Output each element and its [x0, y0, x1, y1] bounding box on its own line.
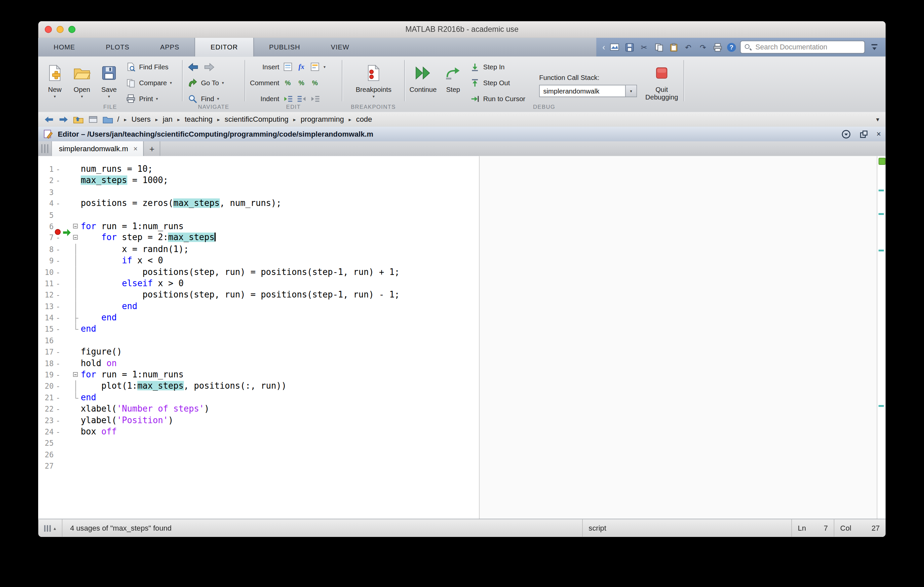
executable-line-marker[interactable]: - [54, 358, 63, 369]
code-text[interactable]: end [80, 301, 137, 312]
open-button[interactable]: Open ▾ [69, 60, 95, 104]
executable-line-marker[interactable]: - [54, 175, 63, 186]
back-icon[interactable] [43, 114, 54, 125]
combo-dropdown-button[interactable]: ▾ [625, 85, 637, 97]
redo-icon[interactable]: ↷ [698, 42, 708, 53]
zoom-window-button[interactable] [68, 26, 75, 33]
code-text[interactable]: ylabel('Position') [80, 415, 173, 426]
executable-line-marker[interactable]: - [54, 312, 63, 323]
line-number[interactable]: 15 [38, 323, 53, 335]
new-tab-button[interactable]: + [144, 141, 161, 156]
code-text[interactable]: elseif x > 0 [80, 278, 183, 289]
insert-fx-icon[interactable]: fx [296, 62, 306, 72]
continue-button[interactable]: Continue [408, 60, 438, 104]
executable-line-marker[interactable]: - [54, 198, 63, 209]
tab-apps[interactable]: APPS [145, 38, 195, 57]
line-number[interactable]: 24 [38, 426, 53, 437]
line-number[interactable]: 13 [38, 301, 53, 312]
code-text[interactable]: for run = 1:num_runs [80, 221, 183, 232]
document-actions-icon[interactable] [841, 129, 851, 139]
line-number[interactable]: 7 [38, 232, 53, 243]
code-text[interactable]: positions = zeros(max_steps, num_runs); [80, 198, 281, 209]
line-number[interactable]: 19 [38, 369, 53, 380]
uncomment-icon[interactable]: % [296, 77, 306, 87]
code-text[interactable]: plot(1:max_steps, positions(:, run)) [80, 381, 286, 392]
usage-scroll-mark[interactable] [879, 213, 884, 215]
undo-icon[interactable]: ↶ [683, 42, 694, 53]
code-text[interactable]: num_runs = 10; [80, 164, 153, 175]
line-number[interactable]: 10 [38, 266, 53, 278]
help-icon[interactable]: ? [727, 43, 736, 52]
executable-line-marker[interactable]: - [54, 403, 63, 414]
breadcrumb-code[interactable]: code [356, 115, 372, 123]
indent-left-icon[interactable] [296, 94, 306, 104]
line-number[interactable]: 3 [38, 186, 53, 198]
tab-home[interactable]: HOME [38, 38, 90, 57]
executable-line-marker[interactable]: - [54, 346, 63, 357]
insert-function-icon[interactable] [310, 62, 320, 72]
quit-debugging-button[interactable]: Quit Debugging [645, 60, 678, 104]
line-number[interactable]: 4 [38, 198, 53, 209]
tab-plots[interactable]: PLOTS [91, 38, 145, 57]
indent-right-icon[interactable] [310, 94, 320, 104]
editor-document-bar[interactable]: Editor – /Users/jan/teaching/scientificC… [38, 127, 886, 142]
tab-view[interactable]: VIEW [315, 38, 365, 57]
code-text[interactable]: box off [80, 426, 117, 437]
step-button[interactable]: Step [440, 60, 466, 104]
up-one-level-icon[interactable] [73, 114, 84, 125]
save-icon[interactable] [624, 42, 635, 53]
executable-line-marker[interactable]: - [54, 164, 63, 175]
executable-line-marker[interactable]: - [54, 301, 63, 312]
wrap-comments-icon[interactable]: % [310, 77, 320, 87]
code-text[interactable]: end [80, 312, 117, 323]
line-number[interactable]: 6 [38, 221, 53, 232]
code-analyzer-ok-indicator[interactable] [878, 158, 885, 165]
collapse-chevron-icon[interactable]: ‹ [602, 43, 605, 51]
executable-line-marker[interactable]: - [54, 369, 63, 380]
line-number[interactable]: 20 [38, 381, 53, 392]
code-lines[interactable]: 1-num_runs = 10;2-max_steps = 1000;34-po… [38, 164, 479, 472]
close-editor-icon[interactable]: × [876, 130, 881, 139]
code-text[interactable]: for run = 1:num_runs [80, 369, 183, 380]
breadcrumb-root[interactable]: / [117, 115, 119, 123]
print-icon[interactable] [712, 42, 723, 53]
line-number[interactable]: 8 [38, 244, 53, 255]
code-text[interactable]: x = randn(1); [80, 244, 188, 255]
copy-icon[interactable] [653, 42, 664, 53]
executable-line-marker[interactable]: - [54, 323, 63, 335]
line-number[interactable]: 21 [38, 392, 53, 403]
browse-for-folder-icon[interactable] [88, 114, 99, 125]
code-text[interactable]: end [80, 323, 96, 335]
window-titlebar[interactable]: MATLAB R2016b - academic use [38, 21, 886, 38]
executable-line-marker[interactable]: - [54, 232, 63, 243]
breadcrumb-teaching[interactable]: teaching [185, 115, 213, 123]
find-files-button[interactable]: Find Files [125, 59, 181, 75]
forward-icon[interactable] [58, 114, 69, 125]
code-text[interactable]: positions(step, run) = positions(step-1,… [80, 266, 399, 278]
code-fold-toggle[interactable] [72, 232, 80, 243]
status-grid-button[interactable]: ▴ [38, 520, 63, 537]
line-number[interactable]: 17 [38, 346, 53, 357]
function-call-stack-combo[interactable]: simplerandomwalk ▾ [539, 85, 637, 97]
step-out-button[interactable]: Step Out [470, 75, 533, 90]
breadcrumb-users[interactable]: Users [132, 115, 151, 123]
executable-line-marker[interactable]: - [54, 289, 63, 301]
line-number[interactable]: 1 [38, 164, 53, 175]
line-number[interactable]: 11 [38, 278, 53, 289]
minimize-ribbon-icon[interactable] [869, 42, 880, 53]
forward-arrow-icon[interactable] [204, 62, 214, 72]
code-text[interactable]: max_steps = 1000; [80, 175, 168, 186]
search-documentation-input[interactable] [754, 43, 861, 52]
usage-scroll-mark[interactable] [879, 249, 884, 251]
usage-scroll-mark[interactable] [879, 405, 884, 407]
dropdown-caret-icon[interactable]: ▾ [323, 64, 326, 70]
line-number[interactable]: 22 [38, 403, 53, 414]
breadcrumb-dropdown-icon[interactable]: ▼ [875, 117, 881, 122]
step-in-button[interactable]: Step In [470, 59, 533, 75]
code-text[interactable]: xlabel('Number of steps') [80, 403, 209, 414]
undock-icon[interactable] [859, 129, 869, 139]
executable-line-marker[interactable]: - [54, 266, 63, 278]
go-to-button[interactable]: Go To ▾ [188, 75, 224, 90]
layout-icon[interactable] [609, 42, 620, 53]
executable-line-marker[interactable]: - [54, 244, 63, 255]
